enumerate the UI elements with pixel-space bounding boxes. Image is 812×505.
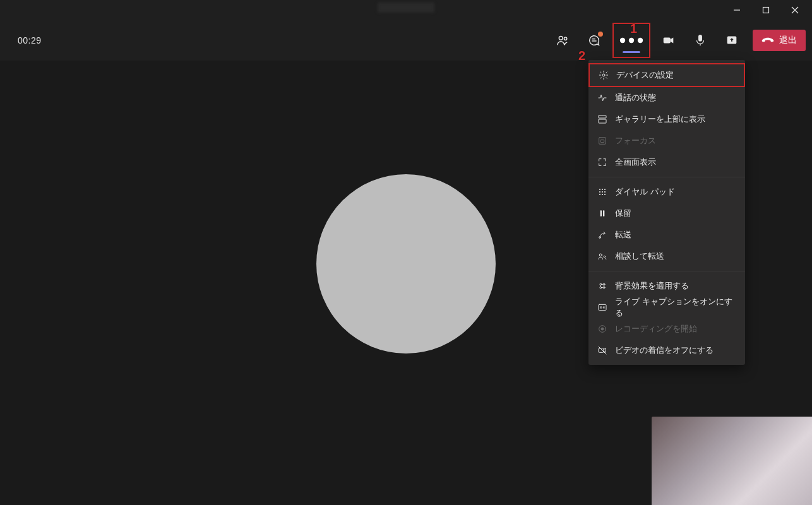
menu-item-label: ダイヤル パッド [615, 186, 675, 198]
menu-item-label: ギャラリーを上部に表示 [615, 114, 705, 125]
more-active-underline [623, 51, 640, 53]
menu-item-gallery_top[interactable]: ギャラリーを上部に表示 [588, 109, 745, 130]
menu-item-label: デバイスの設定 [616, 69, 674, 81]
menu-item-transfer[interactable]: 転送 [588, 224, 745, 246]
svg-line-42 [599, 347, 606, 354]
svg-point-4 [559, 36, 563, 40]
menu-item-label: ライブ キャプションをオンにする [615, 296, 736, 319]
svg-point-27 [602, 194, 603, 195]
svg-point-28 [604, 194, 606, 195]
menu-item-label: 通話の状態 [615, 92, 656, 104]
svg-rect-17 [599, 119, 606, 123]
menu-item-consult_transfer[interactable]: 相談して転送 [588, 246, 745, 267]
window-maximize-button[interactable] [751, 0, 780, 20]
participant-avatar-placeholder [316, 174, 496, 354]
transfer-icon [597, 230, 607, 240]
leave-label: 退出 [779, 35, 797, 46]
svg-point-32 [599, 254, 602, 256]
maximize-icon [762, 6, 770, 14]
annotation-1: 1 [630, 21, 637, 36]
consult-icon [597, 251, 607, 261]
share-icon [725, 33, 739, 47]
svg-rect-29 [600, 210, 602, 216]
menu-item-focus: フォーカス [588, 130, 745, 152]
pause-icon [597, 208, 607, 218]
menu-item-live_captions[interactable]: ライブ キャプションをオンにする [588, 297, 745, 318]
menu-item-bg_effects[interactable]: 背景効果を適用する [588, 275, 745, 297]
svg-point-24 [602, 191, 603, 193]
chat-notification-dot [598, 32, 603, 37]
menu-item-label: 背景効果を適用する [615, 280, 689, 292]
call-timer: 00:29 [18, 35, 42, 45]
menu-item-label: 全画面表示 [615, 157, 656, 168]
menu-item-start_recording: レコーディングを開始 [588, 318, 745, 340]
svg-point-40 [601, 328, 604, 330]
svg-rect-1 [763, 8, 769, 13]
menu-item-label: フォーカス [615, 135, 656, 146]
people-icon [556, 33, 570, 47]
svg-rect-38 [599, 304, 606, 310]
svg-point-31 [599, 237, 601, 239]
menu-item-label: ビデオの着信をオフにする [615, 345, 713, 356]
svg-point-15 [602, 74, 605, 76]
menu-item-incoming_video_off[interactable]: ビデオの着信をオフにする [588, 340, 745, 361]
svg-point-22 [604, 189, 606, 190]
menu-item-dialpad[interactable]: ダイヤル パッド [588, 181, 745, 203]
window-close-button[interactable] [780, 0, 809, 20]
menu-item-call_health[interactable]: 通話の状態 [588, 87, 745, 109]
participants-button[interactable] [547, 25, 578, 56]
svg-rect-16 [599, 116, 606, 118]
menu-item-hold[interactable]: 保留 [588, 203, 745, 224]
svg-point-26 [599, 194, 600, 195]
svg-rect-18 [599, 138, 606, 145]
menu-item-device_settings[interactable]: デバイスの設定 [588, 63, 745, 87]
svg-point-8 [620, 38, 625, 43]
window-titlebar [0, 0, 812, 20]
svg-rect-12 [699, 35, 702, 41]
menu-item-label: 転送 [615, 229, 631, 241]
close-icon [791, 6, 799, 14]
call-toolbar: 00:29 [0, 20, 812, 61]
svg-point-10 [638, 38, 643, 43]
menu-separator [588, 271, 745, 271]
menu-separator [588, 177, 745, 177]
share-screen-button[interactable] [717, 25, 747, 56]
layout-icon [597, 114, 607, 124]
record-icon [597, 324, 607, 334]
svg-rect-11 [664, 37, 671, 43]
sparkle-icon [597, 281, 607, 291]
minimize-icon [733, 6, 741, 14]
svg-rect-30 [603, 210, 604, 216]
gear-icon [599, 70, 609, 80]
svg-rect-19 [600, 140, 604, 143]
microphone-icon [693, 33, 707, 47]
window-minimize-button[interactable] [722, 0, 751, 20]
svg-point-9 [629, 38, 634, 43]
menu-item-label: 相談して転送 [615, 251, 664, 262]
svg-point-25 [604, 191, 606, 193]
microphone-button[interactable] [685, 25, 715, 56]
fullscreen-icon [597, 157, 607, 167]
more-actions-menu: デバイスの設定通話の状態ギャラリーを上部に表示フォーカス全画面表示ダイヤル パッ… [588, 60, 745, 365]
window-title-blurred [378, 3, 434, 13]
menu-item-label: レコーディングを開始 [615, 323, 697, 335]
svg-point-23 [599, 191, 600, 193]
dialpad-icon [597, 187, 607, 197]
video-off-icon [597, 345, 607, 355]
leave-call-button[interactable]: 退出 [753, 30, 806, 51]
camera-icon [662, 33, 676, 47]
svg-point-33 [604, 256, 606, 258]
hangup-icon [761, 36, 774, 45]
svg-point-5 [564, 37, 566, 40]
focus-icon [597, 136, 607, 146]
svg-point-21 [602, 189, 603, 190]
svg-point-20 [599, 189, 600, 190]
camera-button[interactable] [654, 25, 684, 56]
menu-item-label: 保留 [615, 208, 631, 219]
activity-icon [597, 93, 607, 103]
menu-item-fullscreen[interactable]: 全画面表示 [588, 152, 745, 173]
cc-icon [597, 302, 607, 312]
self-view-thumbnail[interactable] [652, 417, 812, 505]
